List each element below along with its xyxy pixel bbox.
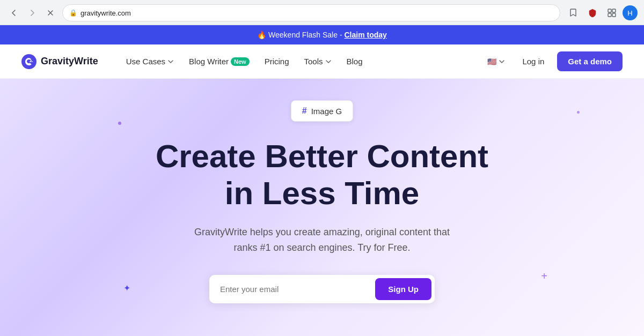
hero-section: + ✦ # Image G Create Better Content in L…	[0, 79, 644, 336]
shield-button[interactable]	[584, 4, 601, 21]
hero-subtitle: GravityWrite helps you create amazing, o…	[193, 225, 451, 256]
signup-button[interactable]: Sign Up	[375, 278, 431, 300]
svg-rect-0	[608, 9, 611, 12]
dot-decoration-2	[577, 111, 580, 114]
nav-use-cases[interactable]: Use Cases	[120, 53, 180, 70]
address-bar[interactable]: 🔒 gravitywrite.com	[62, 4, 560, 21]
extensions-button[interactable]	[603, 4, 620, 21]
dot-decoration-1	[118, 122, 121, 125]
logo[interactable]: GravityWrite	[21, 54, 98, 69]
browser-actions: H	[565, 4, 638, 21]
chevron-down-icon	[167, 58, 174, 65]
nav-tools[interactable]: Tools	[297, 53, 338, 70]
svg-rect-1	[612, 9, 616, 12]
email-form: Sign Up	[209, 275, 435, 303]
flag-icon: 🇺🇸	[487, 57, 496, 66]
svg-rect-3	[612, 13, 616, 17]
chevron-down-icon	[499, 58, 505, 65]
bookmark-button[interactable]	[565, 4, 582, 21]
star-decoration: ✦	[123, 283, 130, 293]
banner-text: 🔥 Weekend Flash Sale -	[257, 31, 344, 39]
back-button[interactable]	[6, 5, 21, 20]
nav-actions: 🇺🇸 Log in Get a demo	[483, 51, 623, 71]
site-wrapper: 🔥 Weekend Flash Sale - Claim today Gravi…	[0, 25, 644, 336]
nav-links: Use Cases Blog Writer New Pricing Tools …	[120, 53, 484, 70]
logo-icon	[21, 54, 36, 69]
browser-chrome: 🔒 gravitywrite.com H	[0, 0, 644, 25]
browser-controls	[6, 5, 58, 20]
get-demo-button[interactable]: Get a demo	[557, 51, 623, 71]
nav-blog-writer[interactable]: Blog Writer New	[182, 53, 256, 70]
claim-link[interactable]: Claim today	[344, 31, 386, 39]
logo-text: GravityWrite	[41, 56, 98, 67]
navbar: GravityWrite Use Cases Blog Writer New P…	[0, 44, 644, 79]
flash-banner: 🔥 Weekend Flash Sale - Claim today	[0, 25, 644, 44]
forward-button[interactable]	[25, 5, 40, 20]
chevron-down-icon	[325, 58, 332, 65]
plus-decoration: +	[541, 270, 547, 282]
login-button[interactable]: Log in	[516, 53, 551, 70]
language-selector[interactable]: 🇺🇸	[483, 55, 509, 68]
url-text: gravitywrite.com	[80, 9, 553, 17]
close-button[interactable]	[43, 5, 58, 20]
hash-icon: #	[302, 106, 307, 116]
svg-rect-2	[608, 13, 611, 17]
image-g-badge: # Image G	[291, 100, 353, 122]
new-badge: New	[231, 57, 250, 66]
user-avatar[interactable]: H	[623, 5, 638, 20]
nav-pricing[interactable]: Pricing	[258, 53, 296, 70]
hero-title: Create Better Content in Less Time	[156, 138, 488, 212]
nav-blog[interactable]: Blog	[340, 53, 369, 70]
badge-label: Image G	[311, 107, 342, 116]
email-input[interactable]	[220, 285, 375, 294]
security-icon: 🔒	[69, 9, 77, 17]
